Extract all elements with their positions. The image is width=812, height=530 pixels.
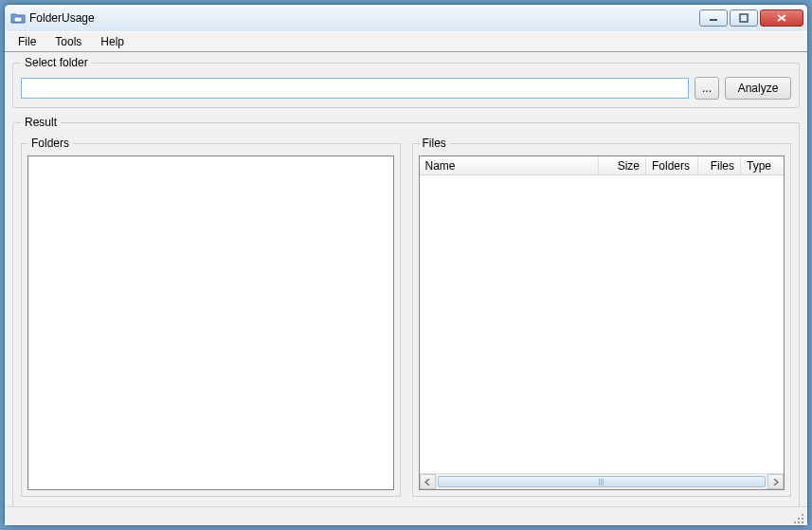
client-area: Select folder ... Analyze Result Folders… [5,52,807,525]
size-grip-icon [792,512,805,525]
files-h-scrollbar[interactable] [420,473,785,489]
files-legend: Files [419,137,450,150]
svg-rect-0 [14,17,22,22]
col-size[interactable]: Size [599,156,646,174]
svg-rect-4 [802,518,803,520]
files-body [420,175,785,473]
folders-listbox[interactable] [27,155,394,490]
scroll-track[interactable] [436,474,768,489]
close-icon [776,13,787,23]
result-legend: Result [21,116,61,129]
chevron-right-icon [772,479,779,485]
scroll-left-button[interactable] [420,474,436,489]
scroll-gripper-icon [599,479,604,485]
col-files[interactable]: Files [698,156,741,174]
select-folder-legend: Select folder [21,56,92,69]
window-controls [699,9,803,27]
minimize-button[interactable] [699,9,728,27]
svg-rect-7 [802,514,803,516]
menu-bar: File Tools Help [5,31,807,52]
close-button[interactable] [760,9,803,27]
result-group: Result Folders Files Name Size Folders F… [12,116,800,507]
files-listview[interactable]: Name Size Folders Files Type [419,155,785,490]
scroll-thumb[interactable] [438,476,767,487]
svg-rect-2 [802,521,803,523]
folder-path-input[interactable] [21,78,689,99]
analyze-button[interactable]: Analyze [725,77,791,100]
menu-help[interactable]: Help [91,32,134,51]
svg-rect-3 [798,521,800,523]
chevron-left-icon [424,479,431,485]
folders-legend: Folders [27,137,73,150]
minimize-icon [709,13,718,23]
app-window: FolderUsage File Tools Help Select folde… [4,4,808,526]
title-bar[interactable]: FolderUsage [5,5,807,31]
scroll-right-button[interactable] [767,474,784,489]
maximize-icon [739,13,749,23]
status-bar [5,506,807,525]
svg-rect-1 [740,14,748,22]
files-group: Files Name Size Folders Files Type [412,137,792,497]
maximize-button[interactable] [730,9,758,27]
folders-group: Folders [21,137,401,497]
col-folders[interactable]: Folders [646,156,698,174]
col-name[interactable]: Name [420,156,600,174]
svg-rect-5 [794,521,796,523]
window-title: FolderUsage [29,11,699,25]
menu-tools[interactable]: Tools [45,32,91,51]
svg-rect-6 [798,518,800,520]
files-header: Name Size Folders Files Type [420,156,785,175]
browse-button[interactable]: ... [695,77,719,100]
size-grip[interactable] [792,512,805,525]
app-icon [10,10,26,26]
menu-file[interactable]: File [9,32,45,51]
select-folder-group: Select folder ... Analyze [12,56,800,108]
col-type[interactable]: Type [741,156,784,174]
